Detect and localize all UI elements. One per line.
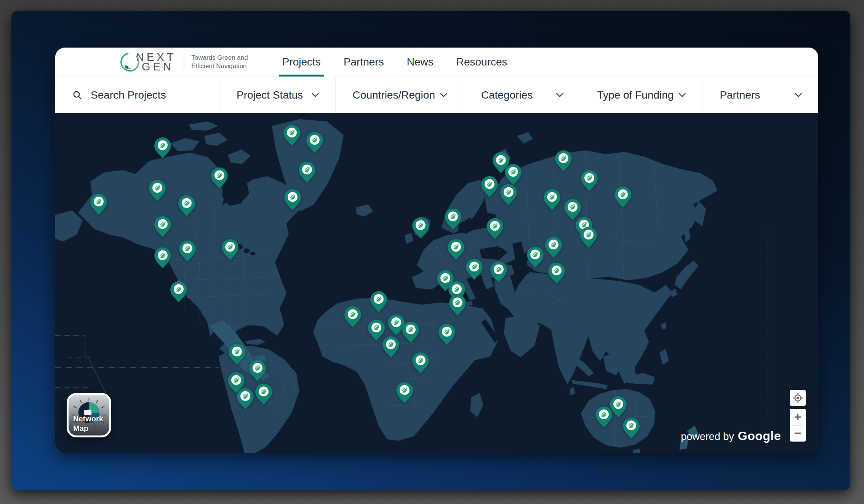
brand-tagline: Towards Green and Efficient Navigation	[191, 54, 248, 70]
filter-bar: Project StatusCountries/RegionCategories…	[55, 77, 818, 113]
map-pin[interactable]	[580, 227, 597, 248]
map-pin[interactable]	[581, 170, 598, 191]
map-pin[interactable]	[284, 189, 301, 210]
brand-wordmark: NEXT GEN	[136, 53, 176, 72]
filter-label: Countries/Region	[353, 89, 435, 101]
map-pin[interactable]	[149, 180, 166, 201]
brand-line2: GEN	[142, 62, 176, 72]
map-pin[interactable]	[505, 164, 522, 185]
chevron-down-icon	[678, 93, 686, 97]
chevron-down-icon	[556, 93, 564, 97]
filter-dropdown-partners[interactable]: Partners	[702, 77, 818, 113]
map-pin[interactable]	[610, 396, 627, 417]
zoom-control: + −	[790, 409, 806, 442]
brand-logo[interactable]: NEXT GEN Towards Green and Efficient Nav…	[119, 51, 248, 73]
map-pin[interactable]	[382, 337, 399, 357]
search-input[interactable]	[90, 89, 219, 102]
search-box[interactable]	[55, 77, 219, 113]
network-map-label-line1: Network	[73, 414, 103, 424]
map-pin[interactable]	[179, 241, 196, 262]
app-background: NEXT GEN Towards Green and Efficient Nav…	[11, 11, 850, 490]
map-pin[interactable]	[544, 189, 560, 210]
filter-dropdown-project-status[interactable]: Project Status	[219, 77, 335, 113]
main-nav: ProjectsPartnersNewsResources	[271, 48, 519, 77]
map-pin[interactable]	[306, 132, 323, 153]
network-map-toggle[interactable]: Network Map	[67, 393, 111, 437]
network-map-label-line2: Map	[73, 424, 103, 433]
map-canvas[interactable]: Network Map + −	[55, 113, 818, 453]
nav-tab-partners[interactable]: Partners	[332, 48, 395, 77]
map-pin[interactable]	[255, 384, 272, 405]
zoom-in-button[interactable]: +	[790, 409, 806, 425]
my-location-button[interactable]	[790, 390, 806, 406]
map-attribution: powered by Google	[681, 429, 781, 443]
filter-dropdown-countries-region[interactable]: Countries/Region	[335, 77, 464, 113]
map-pin[interactable]	[344, 306, 361, 327]
map-pin[interactable]	[283, 125, 300, 146]
map-pin[interactable]	[154, 216, 171, 237]
map-pin[interactable]	[222, 239, 238, 260]
map-pin[interactable]	[623, 418, 640, 439]
map-pin[interactable]	[448, 239, 464, 260]
filter-dropdown-categories[interactable]: Categories	[464, 77, 580, 113]
map-pin[interactable]	[548, 263, 565, 284]
tagline-line2: Efficient Navigation	[191, 62, 248, 70]
map-pin[interactable]	[299, 162, 315, 183]
logo-divider	[184, 53, 184, 71]
map-pin[interactable]	[527, 247, 544, 268]
map-pin[interactable]	[412, 217, 429, 238]
filter-label: Partners	[720, 89, 760, 101]
locate-icon	[793, 393, 803, 403]
header: NEXT GEN Towards Green and Efficient Nav…	[55, 48, 818, 77]
map-pin[interactable]	[490, 262, 507, 282]
nav-tab-resources[interactable]: Resources	[445, 48, 519, 77]
filter-label: Categories	[481, 89, 533, 101]
chevron-down-icon	[794, 93, 802, 97]
map-pin[interactable]	[438, 324, 455, 345]
tagline-line1: Towards Green and	[191, 54, 248, 62]
map-pin[interactable]	[170, 281, 187, 302]
map-pin[interactable]	[154, 247, 171, 268]
map-pin[interactable]	[370, 291, 387, 312]
map-pin[interactable]	[154, 137, 171, 158]
map-pin[interactable]	[90, 194, 107, 215]
chevron-down-icon	[440, 93, 448, 97]
map-pin[interactable]	[545, 237, 562, 258]
filter-label: Type of Funding	[597, 89, 674, 101]
logo-ring-icon	[119, 51, 141, 73]
map-pin[interactable]	[449, 295, 466, 316]
nav-tab-news[interactable]: News	[395, 48, 445, 77]
map-pin[interactable]	[211, 167, 228, 188]
map-pin[interactable]	[229, 344, 245, 365]
zoom-out-button[interactable]: −	[790, 426, 806, 442]
map-pin[interactable]	[249, 360, 266, 381]
main-card: NEXT GEN Towards Green and Efficient Nav…	[55, 48, 818, 453]
map-pin[interactable]	[486, 218, 503, 239]
filter-dropdowns: Project StatusCountries/RegionCategories…	[219, 77, 818, 113]
map-pin[interactable]	[555, 150, 572, 171]
map-pin[interactable]	[237, 388, 254, 409]
network-map-label: Network Map	[73, 414, 103, 433]
filter-label: Project Status	[237, 89, 303, 101]
filter-dropdown-type-of-funding[interactable]: Type of Funding	[580, 77, 702, 113]
map-pin[interactable]	[412, 352, 429, 373]
map-pin[interactable]	[445, 209, 461, 230]
map-pin[interactable]	[396, 382, 413, 403]
map-pin[interactable]	[178, 195, 195, 216]
map-pin[interactable]	[481, 176, 498, 197]
chevron-down-icon	[311, 93, 319, 97]
powered-by-text: powered by	[681, 431, 734, 443]
map-pin[interactable]	[614, 187, 631, 207]
map-pin[interactable]	[402, 322, 419, 343]
map-pin[interactable]	[595, 407, 612, 427]
map-pin[interactable]	[466, 259, 483, 280]
search-icon	[72, 90, 82, 100]
google-wordmark: Google	[738, 429, 781, 443]
map-pin[interactable]	[500, 184, 517, 205]
nav-tab-projects[interactable]: Projects	[271, 48, 332, 77]
